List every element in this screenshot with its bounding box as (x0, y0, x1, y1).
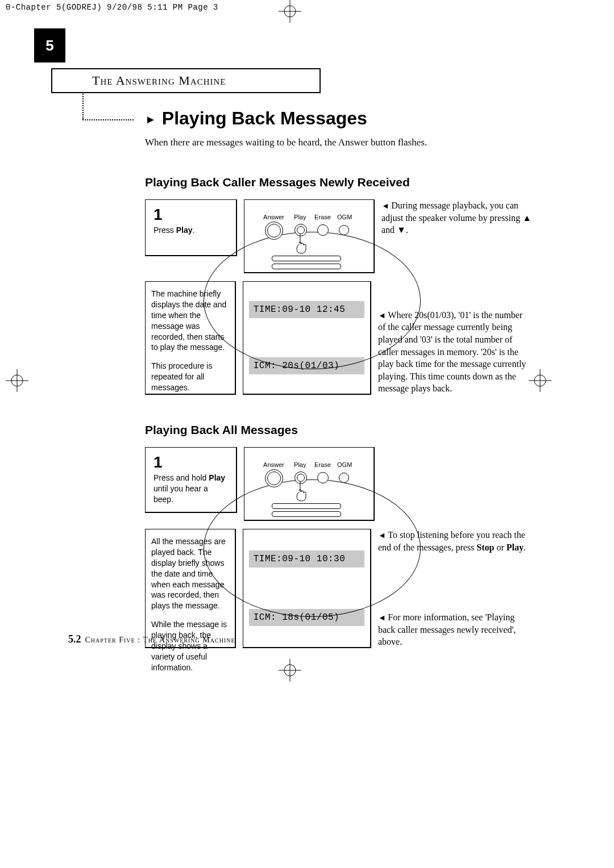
label-answer: Answer (263, 214, 284, 220)
label-erase: Erase (314, 461, 331, 468)
svg-point-11 (534, 375, 546, 386)
side-note-4-text: For more information, see 'Playing back … (378, 612, 516, 646)
step2-box: 1 Press and hold Play until you hear a b… (145, 447, 237, 513)
step1-text-b: Play (176, 226, 193, 235)
side-note-4: For more information, see 'Playing back … (378, 611, 532, 648)
disp-txt-1b: This procedure is repeated for all messa… (151, 361, 229, 393)
crop-mark-bottom (279, 659, 301, 682)
prepress-header: 0-Chapter 5(GODREJ) 9/20/98 5:11 PM Page… (6, 3, 218, 12)
label-play: Play (294, 461, 306, 468)
sn3d: Play (507, 542, 524, 552)
step2-text-c: until you hear a beep. (154, 484, 208, 504)
ogm-button-icon (339, 225, 349, 235)
page-number: 5.2 (68, 633, 81, 645)
chapter-tab: 5 (34, 28, 65, 62)
sn3e: . (524, 542, 526, 552)
step2-row: 1 Press and hold Play until you hear a b… (145, 447, 532, 521)
pointer-icon (378, 612, 388, 622)
dotted-connector-vertical (82, 92, 84, 119)
intro-text: When there are messages waiting to be he… (145, 137, 532, 148)
side-note-1: During message playback, you can adjust … (381, 199, 532, 236)
machine-diagram-1: Answer Play Erase OGM (244, 199, 375, 273)
dotted-connector-horizontal (82, 119, 134, 120)
ogm-button-icon (339, 473, 349, 483)
pointing-hand-icon (293, 481, 310, 503)
crop-mark-top (279, 0, 301, 23)
subheading-2: Playing Back All Messages (145, 423, 532, 437)
svg-point-5 (284, 665, 296, 676)
label-ogm: OGM (337, 461, 352, 468)
erase-button-icon (317, 472, 329, 483)
crop-mark-left (6, 369, 28, 392)
step1-row: 1 Press Play. Answer Play Erase OGM (145, 199, 532, 273)
step2-text-b: Play (209, 473, 225, 482)
step1-number: 1 (154, 207, 228, 223)
label-play: Play (294, 214, 306, 220)
step2-text-a: Press and hold (154, 473, 209, 482)
disp-txt-2b: While the message is playing back, the d… (151, 619, 229, 673)
main-title: Playing Back Messages (145, 108, 532, 129)
svg-point-2 (284, 6, 296, 17)
section-title-box: The Answering Machine (51, 68, 321, 93)
pointer-icon (381, 201, 391, 210)
step2-text: Press and hold Play until you hear a bee… (154, 473, 228, 505)
crop-mark-right (529, 369, 551, 392)
svg-point-8 (11, 375, 23, 386)
step1-box: 1 Press Play. (145, 199, 237, 256)
label-erase: Erase (314, 214, 331, 220)
page-footer: 5.2 Chapter Five : The Answering Machine (68, 633, 235, 645)
step1-text-a: Press (154, 226, 176, 235)
subheading-1: Playing Back Caller Messages Newly Recei… (145, 176, 532, 189)
label-ogm: OGM (337, 214, 352, 220)
footer-text: Chapter Five : The Answering Machine (85, 636, 235, 644)
section-title: The Answering Machine (92, 73, 226, 88)
step1-text: Press Play. (154, 225, 228, 236)
machine-diagram-2: Answer Play Erase OGM (244, 447, 375, 521)
erase-button-icon (317, 224, 329, 236)
sn3b: Stop (476, 542, 494, 552)
sn3c: or (494, 542, 506, 552)
pointing-hand-icon (293, 233, 310, 256)
step1-text-c: . (193, 226, 195, 235)
step2-number: 1 (154, 454, 228, 470)
content-area: Playing Back Messages When there are mes… (145, 108, 532, 648)
label-answer: Answer (263, 461, 284, 468)
side-note-1-text: During message playback, you can adjust … (381, 201, 532, 235)
